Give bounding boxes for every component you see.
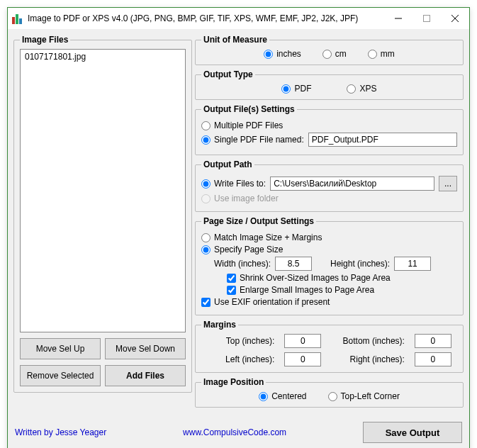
centered-option[interactable]: Centered <box>259 391 306 401</box>
app-icon <box>12 13 23 24</box>
write-files-radio[interactable] <box>201 179 211 189</box>
margin-left-label: Left (inches): <box>220 354 274 364</box>
save-output-button[interactable]: Save Output <box>363 422 462 443</box>
match-image-option[interactable]: Match Image Size + Margins <box>201 233 322 242</box>
output-type-group: Output Type PDF XPS <box>195 69 464 100</box>
margin-top-label: Top (inches): <box>220 336 274 346</box>
image-position-group: Image Position Centered Top-Left Corner <box>195 377 464 408</box>
margin-left-input[interactable] <box>284 352 321 366</box>
height-input[interactable] <box>394 257 431 271</box>
image-files-list[interactable]: 0107171801.jpg <box>20 49 186 332</box>
unit-legend: Unit of Measure <box>201 35 269 45</box>
image-files-legend: Image Files <box>20 35 70 45</box>
height-label: Height (inches): <box>330 259 390 269</box>
match-image-radio[interactable] <box>201 233 211 242</box>
output-path-input[interactable] <box>270 177 434 191</box>
output-xps-option[interactable]: XPS <box>347 84 376 94</box>
unit-group: Unit of Measure inches cm mm <box>195 35 464 65</box>
output-files-legend: Output File(s) Settings <box>201 104 297 114</box>
multiple-pdf-radio[interactable] <box>201 121 211 130</box>
exif-checkbox[interactable] <box>201 298 211 307</box>
single-pdf-filename-input[interactable] <box>308 133 457 147</box>
output-files-group: Output File(s) Settings Multiple PDF Fil… <box>195 104 464 155</box>
output-pdf-option[interactable]: PDF <box>281 84 311 94</box>
unit-inches-radio[interactable] <box>264 50 273 59</box>
margin-right-label: Right (inches): <box>337 354 405 364</box>
use-image-folder-radio <box>201 194 211 203</box>
multiple-pdf-option[interactable]: Multiple PDF Files <box>201 121 283 130</box>
use-image-folder-option: Use image folder <box>201 194 279 203</box>
output-xps-radio[interactable] <box>347 84 356 94</box>
page-size-legend: Page Size / Output Settings <box>201 216 316 226</box>
margin-right-input[interactable] <box>415 352 451 366</box>
margin-bottom-label: Bottom (inches): <box>337 336 405 346</box>
unit-mm-option[interactable]: mm <box>368 49 395 59</box>
centered-radio[interactable] <box>259 392 268 401</box>
output-path-legend: Output Path <box>201 159 254 169</box>
width-label: Width (inches): <box>214 259 271 269</box>
margins-legend: Margins <box>201 320 238 330</box>
unit-mm-radio[interactable] <box>368 50 377 59</box>
exif-option[interactable]: Use EXIF orientation if present <box>201 297 330 307</box>
unit-cm-option[interactable]: cm <box>322 49 347 59</box>
move-up-button[interactable]: Move Sel Up <box>20 338 101 359</box>
topleft-option[interactable]: Top-Left Corner <box>328 391 400 401</box>
topleft-radio[interactable] <box>328 392 337 401</box>
minimize-button[interactable] <box>384 8 413 29</box>
remove-selected-button[interactable]: Remove Selected <box>20 365 101 386</box>
title-bar: Image to PDF or XPS v4.0 (JPG, PNG, BMP,… <box>8 8 469 29</box>
output-pdf-radio[interactable] <box>281 84 291 94</box>
footer: Written by Jesse Yeager www.CompulsiveCo… <box>8 418 469 448</box>
margins-group: Margins Top (inches): Bottom (inches): L… <box>195 320 464 373</box>
shrink-option[interactable]: Shrink Over-Sized Images to Page Area <box>227 273 391 283</box>
window-controls <box>384 8 469 29</box>
margin-bottom-input[interactable] <box>415 334 451 348</box>
margin-top-input[interactable] <box>284 334 321 348</box>
specify-page-option[interactable]: Specify Page Size <box>201 245 283 254</box>
svg-rect-1 <box>424 16 430 22</box>
specify-page-radio[interactable] <box>201 245 211 254</box>
window-title: Image to PDF or XPS v4.0 (JPG, PNG, BMP,… <box>28 13 384 23</box>
enlarge-option[interactable]: Enlarge Small Images to Page Area <box>227 285 374 295</box>
image-position-legend: Image Position <box>201 377 266 387</box>
author-link[interactable]: Written by Jesse Yeager <box>15 427 106 437</box>
single-pdf-radio[interactable] <box>201 135 211 145</box>
move-down-button[interactable]: Move Sel Down <box>105 338 186 359</box>
unit-cm-radio[interactable] <box>322 50 332 59</box>
width-input[interactable] <box>275 257 312 271</box>
list-item[interactable]: 0107171801.jpg <box>23 51 182 62</box>
single-pdf-option[interactable]: Single PDF File named: <box>201 135 304 145</box>
maximize-button[interactable] <box>413 8 441 29</box>
close-button[interactable] <box>441 8 469 29</box>
add-files-button[interactable]: Add Files <box>105 365 186 386</box>
output-type-legend: Output Type <box>201 69 255 79</box>
image-files-group: Image Files 0107171801.jpg Move Sel Up M… <box>13 35 192 393</box>
shrink-checkbox[interactable] <box>227 274 236 283</box>
output-path-group: Output Path Write Files to: ... Use imag… <box>195 159 464 212</box>
app-window: Image to PDF or XPS v4.0 (JPG, PNG, BMP,… <box>7 7 470 448</box>
unit-inches-option[interactable]: inches <box>264 49 301 59</box>
browse-button[interactable]: ... <box>439 176 457 191</box>
page-size-group: Page Size / Output Settings Match Image … <box>195 216 464 315</box>
site-link[interactable]: www.CompulsiveCode.com <box>183 427 286 437</box>
write-files-option[interactable]: Write Files to: <box>201 179 266 189</box>
enlarge-checkbox[interactable] <box>227 286 236 295</box>
